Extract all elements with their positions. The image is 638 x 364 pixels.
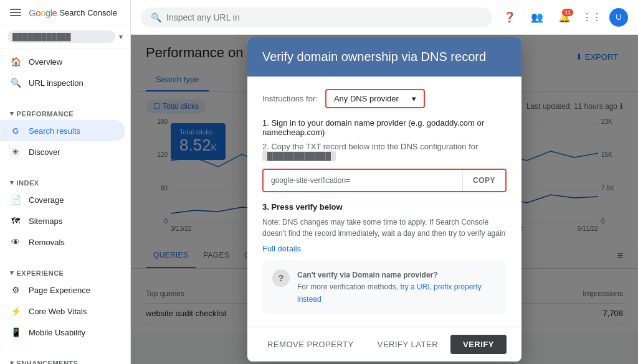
sidebar-item-label: Search results [29, 126, 80, 136]
cannot-verify-text: Can't verify via Domain name provider? F… [297, 269, 497, 306]
topbar: 🔍 ❓ 👥 🔔 11 ⋮⋮ U [131, 0, 638, 35]
sidebar-item-url-inspection[interactable]: 🔍 URL inspection [0, 72, 125, 93]
sidebar-item-label: Core Web Vitals [29, 307, 87, 316]
page-experience-icon: ⚙ [10, 284, 21, 296]
sidebar-item-core-web-vitals[interactable]: ⚡ Core Web Vitals [0, 301, 125, 322]
sidebar-item-removals[interactable]: 👁 Removals [0, 231, 125, 253]
sidebar-item-coverage[interactable]: 📄 Coverage [0, 189, 125, 210]
copy-button[interactable]: COPY [462, 170, 505, 191]
sitemaps-icon: 🗺 [10, 215, 21, 226]
property-pill: ████████████ [7, 30, 115, 43]
note-text: Note: DNS changes may take some time to … [262, 217, 507, 239]
modal-footer: REMOVE PROPERTY VERIFY LATER VERIFY [247, 327, 521, 362]
apps-button[interactable]: ⋮⋮ [582, 7, 602, 27]
nav-experience: ▾ Experience ⚙ Page Experience ⚡ Core We… [0, 260, 130, 345]
sidebar-item-label: Coverage [29, 195, 64, 205]
section-title-experience: ▾ Experience [0, 263, 130, 279]
sidebar-item-overview[interactable]: 🏠 Overview [0, 51, 125, 72]
property-selector[interactable]: ████████████ ▾ [0, 26, 130, 49]
remove-property-button[interactable]: REMOVE PROPERTY [262, 335, 359, 354]
dropdown-icon[interactable]: ▾ [119, 32, 123, 41]
sidebar-item-label: URL inspection [29, 78, 83, 88]
sidebar-item-label: Sitemaps [29, 217, 62, 226]
search-icon: 🔍 [10, 77, 21, 88]
domain-blurred: ████████████ [262, 151, 336, 161]
product-name: Search Console [59, 8, 117, 17]
cwv-icon: ⚡ [10, 306, 21, 317]
chevron-down-icon: ▾ [412, 94, 416, 103]
verify-domain-modal: Verify domain ownership via DNS record I… [247, 37, 521, 362]
sidebar-item-sitemaps[interactable]: 🗺 Sitemaps [0, 210, 125, 231]
sidebar-item-label: Page Experience [29, 286, 90, 295]
help-button[interactable]: ❓ [500, 7, 520, 27]
google-g-icon: G [10, 125, 21, 136]
verify-later-button[interactable]: VERIFY LATER [370, 335, 445, 354]
avatar[interactable]: U [609, 8, 628, 27]
search-bar[interactable]: 🔍 [141, 7, 492, 27]
google-logo: Google [29, 7, 57, 18]
search-input[interactable] [166, 12, 482, 22]
txt-record-input[interactable] [264, 170, 462, 191]
sidebar-header: Google Search Console [0, 0, 130, 26]
search-icon: 🔍 [151, 12, 161, 22]
content-area: Performance on Search results ⬇ EXPORT S… [131, 35, 638, 364]
sidebar-item-label: Overview [29, 57, 62, 67]
sidebar: Google Search Console ████████████ ▾ 🏠 O… [0, 0, 131, 364]
modal-header: Verify domain ownership via DNS record [247, 37, 521, 77]
sidebar-item-mobile-usability[interactable]: 📱 Mobile Usability [0, 322, 125, 343]
coverage-icon: 📄 [10, 194, 21, 205]
collapse-arrow[interactable]: ▾ [10, 269, 14, 277]
modal-body: Instructions for: Any DNS provider ▾ 1. … [247, 77, 521, 327]
verify-button[interactable]: VERIFY [450, 335, 507, 354]
topbar-actions: ❓ 👥 🔔 11 ⋮⋮ U [500, 7, 628, 27]
users-button[interactable]: 👥 [527, 7, 547, 27]
sidebar-item-label: Removals [29, 238, 65, 247]
collapse-arrow[interactable]: ▾ [10, 110, 14, 118]
removals-icon: 👁 [10, 236, 21, 248]
notifications-button[interactable]: 🔔 11 [555, 7, 574, 27]
section-title-enhancements: ▾ Enhancements [0, 353, 130, 364]
dns-provider-value: Any DNS provider [334, 94, 399, 103]
sidebar-item-search-results[interactable]: G Search results [0, 120, 125, 141]
section-title-performance: ▾ Performance [0, 103, 130, 120]
modal-title: Verify domain ownership via DNS record [262, 50, 507, 64]
question-icon: ? [272, 269, 290, 287]
collapse-arrow[interactable]: ▾ [10, 179, 14, 187]
home-icon: 🏠 [10, 56, 21, 67]
modal-overlay: Verify domain ownership via DNS record I… [131, 35, 638, 364]
sidebar-item-discover[interactable]: ✳ Discover [0, 141, 125, 162]
nav-performance: ▾ Performance G Search results ✳ Discove… [0, 101, 130, 165]
cannot-verify-card: ? Can't verify via Domain name provider?… [262, 261, 507, 314]
sidebar-item-page-experience[interactable]: ⚙ Page Experience [0, 279, 125, 301]
section-title-index: ▾ Index [0, 172, 130, 189]
notification-badge: 11 [562, 9, 573, 16]
txt-record-row: COPY [262, 169, 507, 192]
step1-text: 1. Sign in to your domain name provider … [262, 118, 507, 137]
full-details-link[interactable]: Full details [262, 244, 301, 253]
instructions-label: Instructions for: [262, 94, 318, 103]
instructions-row: Instructions for: Any DNS provider ▾ [262, 89, 507, 108]
nav-main: 🏠 Overview 🔍 URL inspection [0, 49, 130, 96]
brand-logo: Google Search Console [29, 7, 117, 18]
collapse-arrow[interactable]: ▾ [10, 359, 14, 364]
menu-icon[interactable] [7, 6, 24, 19]
discover-icon: ✳ [10, 146, 21, 157]
sidebar-item-label: Discover [29, 147, 60, 157]
sidebar-item-label: Mobile Usability [29, 328, 85, 337]
step2-text: 2. Copy the TXT record below into the DN… [262, 142, 507, 161]
nav-index: ▾ Index 📄 Coverage 🗺 Sitemaps 👁 Removals [0, 170, 130, 255]
mobile-icon: 📱 [10, 327, 21, 338]
dns-provider-select[interactable]: Any DNS provider ▾ [325, 89, 425, 108]
main-content: 🔍 ❓ 👥 🔔 11 ⋮⋮ U Performance on Search re… [131, 0, 638, 364]
nav-enhancements: ▾ Enhancements 🔗 Breadcrumbs ❓ FAQ 🔎 Sit… [0, 350, 130, 364]
step3-text: 3. Press verify below [262, 202, 507, 212]
